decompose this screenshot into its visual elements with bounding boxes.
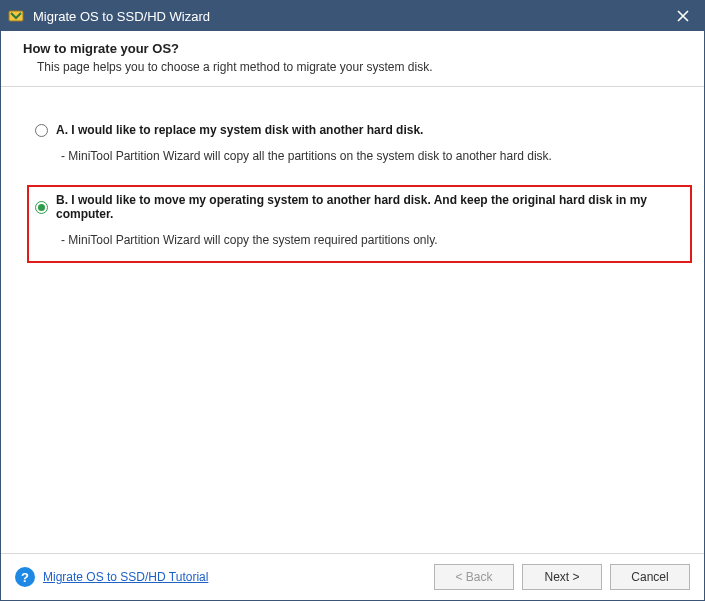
option-b-label: B. I would like to move my operating sys…	[56, 193, 682, 221]
help-icon[interactable]: ?	[15, 567, 35, 587]
window-title: Migrate OS to SSD/HD Wizard	[33, 9, 668, 24]
wizard-content: A. I would like to replace my system dis…	[1, 87, 704, 553]
close-icon[interactable]	[668, 1, 698, 31]
titlebar: Migrate OS to SSD/HD Wizard	[1, 1, 704, 31]
radio-icon	[35, 201, 48, 214]
next-button[interactable]: Next >	[522, 564, 602, 590]
page-subheading: This page helps you to choose a right me…	[37, 60, 682, 74]
option-b-radio-row[interactable]: B. I would like to move my operating sys…	[35, 193, 682, 221]
app-icon	[7, 7, 25, 25]
wizard-window: Migrate OS to SSD/HD Wizard How to migra…	[0, 0, 705, 601]
svg-rect-0	[9, 11, 23, 21]
option-a-desc: - MiniTool Partition Wizard will copy al…	[61, 149, 682, 163]
radio-icon	[35, 124, 48, 137]
option-b-desc: - MiniTool Partition Wizard will copy th…	[61, 233, 682, 247]
wizard-footer: ? Migrate OS to SSD/HD Tutorial < Back N…	[1, 553, 704, 600]
option-a-label: A. I would like to replace my system dis…	[56, 123, 423, 137]
back-button: < Back	[434, 564, 514, 590]
wizard-header: How to migrate your OS? This page helps …	[1, 31, 704, 87]
option-a-block: A. I would like to replace my system dis…	[27, 115, 692, 179]
tutorial-link[interactable]: Migrate OS to SSD/HD Tutorial	[43, 570, 208, 584]
option-b-block: B. I would like to move my operating sys…	[27, 185, 692, 263]
option-a-radio-row[interactable]: A. I would like to replace my system dis…	[35, 123, 682, 137]
page-heading: How to migrate your OS?	[23, 41, 682, 56]
cancel-button[interactable]: Cancel	[610, 564, 690, 590]
